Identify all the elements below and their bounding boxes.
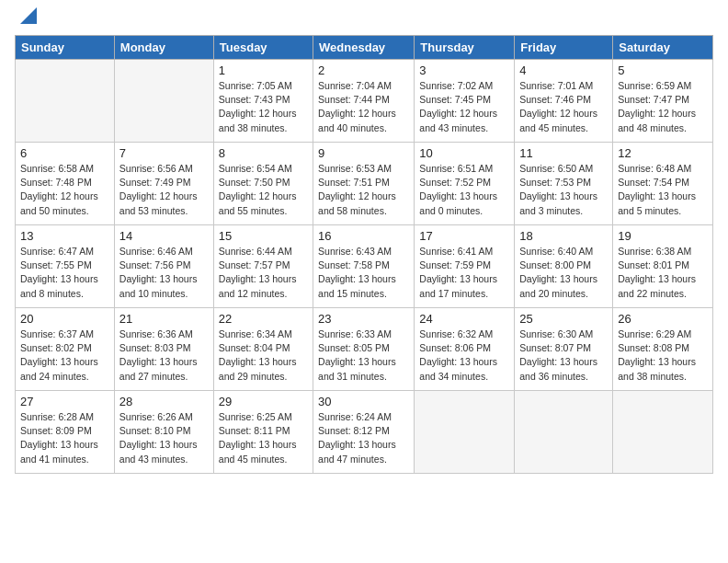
day-of-week-header: Tuesday (213, 36, 313, 60)
day-info: Sunrise: 7:02 AM Sunset: 7:45 PM Dayligh… (419, 79, 509, 135)
day-number: 12 (618, 146, 708, 160)
day-info: Sunrise: 6:36 AM Sunset: 8:03 PM Dayligh… (119, 327, 209, 384)
calendar-cell: 5Sunrise: 6:59 AM Sunset: 7:47 PM Daylig… (613, 60, 713, 143)
day-info: Sunrise: 6:37 AM Sunset: 8:02 PM Dayligh… (20, 327, 109, 384)
calendar-cell: 19Sunrise: 6:38 AM Sunset: 8:01 PM Dayli… (613, 225, 713, 308)
calendar: SundayMondayTuesdayWednesdayThursdayFrid… (15, 35, 713, 474)
day-info: Sunrise: 7:04 AM Sunset: 7:44 PM Dayligh… (318, 79, 409, 135)
logo (15, 15, 37, 24)
day-number: 10 (419, 146, 509, 160)
calendar-week-row: 1Sunrise: 7:05 AM Sunset: 7:43 PM Daylig… (16, 60, 713, 143)
calendar-cell (515, 391, 613, 474)
calendar-week-row: 6Sunrise: 6:58 AM Sunset: 7:48 PM Daylig… (16, 143, 713, 225)
logo-icon (17, 7, 37, 24)
day-number: 1 (219, 63, 308, 77)
calendar-cell: 10Sunrise: 6:51 AM Sunset: 7:52 PM Dayli… (415, 143, 515, 225)
day-info: Sunrise: 6:58 AM Sunset: 7:48 PM Dayligh… (20, 162, 109, 218)
day-info: Sunrise: 6:33 AM Sunset: 8:05 PM Dayligh… (318, 327, 409, 384)
calendar-cell: 26Sunrise: 6:29 AM Sunset: 8:08 PM Dayli… (613, 308, 713, 391)
day-info: Sunrise: 6:47 AM Sunset: 7:55 PM Dayligh… (20, 245, 109, 301)
day-number: 7 (119, 146, 209, 160)
day-number: 2 (318, 63, 409, 77)
calendar-cell: 20Sunrise: 6:37 AM Sunset: 8:02 PM Dayli… (16, 308, 115, 391)
day-info: Sunrise: 6:54 AM Sunset: 7:50 PM Dayligh… (219, 162, 308, 218)
calendar-cell: 15Sunrise: 6:44 AM Sunset: 7:57 PM Dayli… (213, 225, 313, 308)
calendar-cell: 4Sunrise: 7:01 AM Sunset: 7:46 PM Daylig… (515, 60, 613, 143)
calendar-cell: 13Sunrise: 6:47 AM Sunset: 7:55 PM Dayli… (16, 225, 115, 308)
day-info: Sunrise: 6:28 AM Sunset: 8:09 PM Dayligh… (20, 410, 109, 466)
calendar-cell: 27Sunrise: 6:28 AM Sunset: 8:09 PM Dayli… (16, 391, 115, 474)
day-info: Sunrise: 6:38 AM Sunset: 8:01 PM Dayligh… (618, 245, 708, 301)
day-number: 29 (219, 395, 308, 408)
day-number: 18 (519, 229, 608, 243)
day-number: 20 (20, 312, 109, 326)
day-info: Sunrise: 7:01 AM Sunset: 7:46 PM Dayligh… (519, 79, 608, 135)
calendar-cell: 24Sunrise: 6:32 AM Sunset: 8:06 PM Dayli… (415, 308, 515, 391)
day-of-week-header: Saturday (613, 36, 713, 60)
calendar-cell (16, 60, 115, 143)
day-number: 8 (219, 146, 308, 160)
calendar-cell: 23Sunrise: 6:33 AM Sunset: 8:05 PM Dayli… (313, 308, 415, 391)
calendar-cell: 8Sunrise: 6:54 AM Sunset: 7:50 PM Daylig… (213, 143, 313, 225)
calendar-cell: 28Sunrise: 6:26 AM Sunset: 8:10 PM Dayli… (114, 391, 213, 474)
day-info: Sunrise: 6:41 AM Sunset: 7:59 PM Dayligh… (419, 245, 509, 301)
calendar-cell: 14Sunrise: 6:46 AM Sunset: 7:56 PM Dayli… (114, 225, 213, 308)
day-number: 25 (519, 312, 608, 326)
calendar-cell (114, 60, 213, 143)
day-info: Sunrise: 6:53 AM Sunset: 7:51 PM Dayligh… (318, 162, 409, 218)
calendar-cell: 29Sunrise: 6:25 AM Sunset: 8:11 PM Dayli… (213, 391, 313, 474)
calendar-cell: 3Sunrise: 7:02 AM Sunset: 7:45 PM Daylig… (415, 60, 515, 143)
day-of-week-header: Wednesday (313, 36, 415, 60)
day-number: 28 (119, 395, 209, 408)
day-number: 17 (419, 229, 509, 243)
day-info: Sunrise: 6:56 AM Sunset: 7:49 PM Dayligh… (119, 162, 209, 218)
day-number: 9 (318, 146, 409, 160)
svg-marker-0 (20, 7, 37, 24)
calendar-cell: 11Sunrise: 6:50 AM Sunset: 7:53 PM Dayli… (515, 143, 613, 225)
calendar-cell: 12Sunrise: 6:48 AM Sunset: 7:54 PM Dayli… (613, 143, 713, 225)
day-info: Sunrise: 6:43 AM Sunset: 7:58 PM Dayligh… (318, 245, 409, 301)
day-number: 23 (318, 312, 409, 326)
day-of-week-header: Friday (515, 36, 613, 60)
calendar-cell: 30Sunrise: 6:24 AM Sunset: 8:12 PM Dayli… (313, 391, 415, 474)
day-info: Sunrise: 6:25 AM Sunset: 8:11 PM Dayligh… (219, 410, 308, 466)
calendar-cell: 7Sunrise: 6:56 AM Sunset: 7:49 PM Daylig… (114, 143, 213, 225)
day-info: Sunrise: 6:46 AM Sunset: 7:56 PM Dayligh… (119, 245, 209, 301)
calendar-cell: 6Sunrise: 6:58 AM Sunset: 7:48 PM Daylig… (16, 143, 115, 225)
day-number: 27 (20, 395, 109, 408)
day-number: 22 (219, 312, 308, 326)
day-info: Sunrise: 6:50 AM Sunset: 7:53 PM Dayligh… (519, 162, 608, 218)
calendar-header-row: SundayMondayTuesdayWednesdayThursdayFrid… (16, 36, 713, 60)
calendar-cell: 17Sunrise: 6:41 AM Sunset: 7:59 PM Dayli… (415, 225, 515, 308)
calendar-cell: 2Sunrise: 7:04 AM Sunset: 7:44 PM Daylig… (313, 60, 415, 143)
day-number: 19 (618, 229, 708, 243)
day-number: 3 (419, 63, 509, 77)
page: SundayMondayTuesdayWednesdayThursdayFrid… (0, 0, 728, 488)
day-info: Sunrise: 6:26 AM Sunset: 8:10 PM Dayligh… (119, 410, 209, 466)
day-of-week-header: Thursday (415, 36, 515, 60)
logo-text (15, 15, 37, 24)
day-info: Sunrise: 6:40 AM Sunset: 8:00 PM Dayligh… (519, 245, 608, 301)
day-info: Sunrise: 6:44 AM Sunset: 7:57 PM Dayligh… (219, 245, 308, 301)
day-info: Sunrise: 6:24 AM Sunset: 8:12 PM Dayligh… (318, 410, 409, 466)
calendar-cell: 22Sunrise: 6:34 AM Sunset: 8:04 PM Dayli… (213, 308, 313, 391)
day-number: 24 (419, 312, 509, 326)
day-number: 6 (20, 146, 109, 160)
day-number: 26 (618, 312, 708, 326)
day-number: 30 (318, 395, 409, 408)
calendar-cell: 21Sunrise: 6:36 AM Sunset: 8:03 PM Dayli… (114, 308, 213, 391)
day-info: Sunrise: 6:51 AM Sunset: 7:52 PM Dayligh… (419, 162, 509, 218)
day-of-week-header: Sunday (16, 36, 115, 60)
calendar-week-row: 13Sunrise: 6:47 AM Sunset: 7:55 PM Dayli… (16, 225, 713, 308)
calendar-cell: 25Sunrise: 6:30 AM Sunset: 8:07 PM Dayli… (515, 308, 613, 391)
calendar-cell: 1Sunrise: 7:05 AM Sunset: 7:43 PM Daylig… (213, 60, 313, 143)
day-info: Sunrise: 6:32 AM Sunset: 8:06 PM Dayligh… (419, 327, 509, 384)
day-number: 13 (20, 229, 109, 243)
calendar-cell: 9Sunrise: 6:53 AM Sunset: 7:51 PM Daylig… (313, 143, 415, 225)
day-info: Sunrise: 6:30 AM Sunset: 8:07 PM Dayligh… (519, 327, 608, 384)
calendar-week-row: 20Sunrise: 6:37 AM Sunset: 8:02 PM Dayli… (16, 308, 713, 391)
calendar-week-row: 27Sunrise: 6:28 AM Sunset: 8:09 PM Dayli… (16, 391, 713, 474)
day-number: 21 (119, 312, 209, 326)
day-info: Sunrise: 6:34 AM Sunset: 8:04 PM Dayligh… (219, 327, 308, 384)
day-number: 5 (618, 63, 708, 77)
